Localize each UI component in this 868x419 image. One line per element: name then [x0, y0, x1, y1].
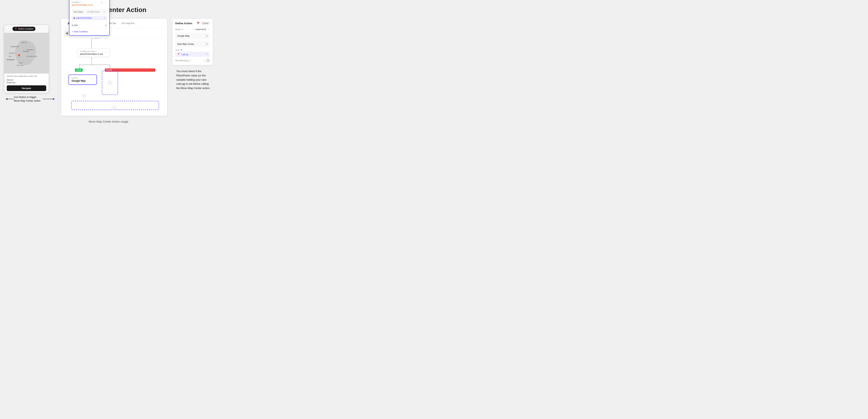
condition-value: placePickerValue is set — [72, 4, 93, 6]
false-branch-box: + — [102, 70, 118, 95]
first-value-sub: (Google Place) — [87, 11, 99, 13]
action-more-icon[interactable]: ⋮ — [207, 28, 210, 31]
annotation-text: Icon Button to triggerMove Map Center ac… — [14, 95, 40, 103]
value-row: 📍 LatLng ✎ — [175, 52, 210, 57]
place-six-cross: Six Cross Roads — [27, 56, 37, 57]
place-fitts: Fitts — [9, 56, 11, 57]
add-condition-button[interactable]: + Add Condition — [72, 29, 107, 33]
place-distins: Distins — [19, 62, 23, 64]
is-set-chevron: ∨ — [105, 24, 107, 27]
back-button[interactable]: ← — [6, 27, 11, 31]
action1-label: Action 1 — [175, 28, 183, 31]
conditional-action-menu[interactable]: ⋮ — [105, 50, 108, 54]
navigate-button[interactable]: Navigate — [7, 85, 46, 91]
define-header: Define Action 📅 Close — [175, 22, 210, 25]
place-bathsheba: Bathsheba — [27, 49, 33, 51]
connector-line-right — [42, 99, 53, 99]
address-placeholder: [Address] — [7, 82, 46, 84]
latlng-text: LatLng — [181, 53, 206, 56]
first-value-row: First Value (Google Place) − — [72, 9, 107, 15]
select-location-button[interactable]: 📍 Select Location — [12, 27, 35, 31]
phone-mockup: ← 📍 Select Location Crab Hill Speightst — [4, 25, 49, 93]
connector-line — [8, 99, 14, 99]
true-badge: TRUE — [75, 68, 83, 72]
first-value-label: First Value — [73, 11, 83, 13]
action1-plus-button[interactable]: + — [83, 94, 86, 98]
value-type-icon: ⊞ — [181, 49, 182, 51]
define-action-panel: Define Action 📅 Close Action 1 ✎ (sbero4… — [172, 19, 213, 65]
google-map-section[interactable]: Google Map ∨ — [175, 33, 210, 39]
new-map-center-label: New Map Center — [177, 43, 194, 45]
picker-edit-icon[interactable]: ✎ — [104, 17, 105, 19]
variable-label: Variable ⓘ — [72, 0, 93, 0]
is-set-text: Is Set — [72, 24, 78, 27]
phone-map: Crab Hill Speightstown Bathsheba Holetow… — [4, 33, 49, 73]
is-set-row[interactable]: Is Set ∨ — [72, 22, 107, 27]
left-section: ← 📍 Select Location Crab Hill Speightst — [4, 19, 54, 103]
picker-value-text: placePickerValue — [76, 17, 102, 19]
action1-node: Action 1 Google Map ⋮ — [68, 74, 97, 85]
conditional-action-node: Conditional Action 1 placePickerValue is… — [78, 49, 110, 57]
place-crab-hill: Crab Hill — [21, 42, 27, 43]
page-container: Move Map Center Action ← 📍 Select Locati… — [0, 0, 217, 131]
action-id-text: (sbero4c4) — [195, 28, 206, 31]
bottom-plus-button[interactable]: + — [112, 106, 116, 110]
define-action-value: ✎ (sbero4c4) ⋮ — [193, 28, 210, 31]
place-speightstown: Speightstown — [10, 46, 19, 47]
google-map-label: Google Map — [177, 35, 189, 37]
action1-menu[interactable]: ⋮ — [91, 77, 94, 80]
value-label-row: Value ⊞ — [175, 49, 210, 51]
name-placeholder: [Name] — [7, 79, 46, 81]
phone-info: Find the best restaurants in New York [N… — [4, 73, 49, 93]
value-edit-icon[interactable]: ✎ — [206, 53, 208, 56]
place-holetown: Holetown — [9, 52, 14, 54]
google-map-chevron: ∨ — [206, 34, 208, 37]
map-place-names: Crab Hill Speightstown Bathsheba Holetow… — [4, 33, 49, 73]
condition-popup: Set Variable Type: Boolean Variable ⓘ Co… — [69, 0, 110, 36]
minus-icon[interactable]: − — [104, 10, 105, 13]
main-content: ← 📍 Select Location Crab Hill Speightst — [4, 19, 213, 116]
right-annotation: You must check if the PlacePicker value … — [172, 69, 213, 90]
edit-icon[interactable]: ✎ — [101, 1, 103, 5]
place-barbados: Barbados — [23, 51, 29, 52]
close-button[interactable]: Close — [201, 22, 210, 25]
location-pin-icon: 📍 — [14, 28, 17, 30]
new-map-center-chevron: ∨ — [206, 42, 208, 46]
place-bridgetown: Bridgetown — [7, 59, 15, 60]
define-calendar-icon: 📅 — [197, 22, 200, 25]
conditional-action-title: Conditional Action 1 — [80, 50, 107, 52]
place-cane-vale: Cane Vale — [17, 65, 23, 66]
condition-label: Condition ⓘ — [72, 1, 93, 3]
edit-icon-small: ✎ — [193, 28, 195, 31]
middle-section: Set Variable Type: Boolean Variable ⓘ Co… — [61, 19, 167, 116]
picker-icon: ⊞ — [73, 17, 75, 19]
picker-row[interactable]: ⊞ placePickerValue ✎ — [72, 16, 107, 20]
non-blocking-info-icon: ⓘ — [189, 59, 191, 62]
define-title: Define Action — [175, 22, 192, 25]
bottom-caption: Move Map Center Action usage — [4, 120, 213, 127]
connector-end-dot — [53, 98, 54, 100]
info-icon: ⓘ — [79, 0, 81, 0]
define-action-row: Action 1 ✎ (sbero4c4) ⋮ — [175, 28, 210, 31]
non-blocking-toggle[interactable] — [204, 59, 210, 62]
flow-area: Conditional Action 1 placePickerValue is… — [61, 38, 167, 116]
connector-dot — [6, 98, 8, 100]
overlay-wrapper: Set Variable Type: Boolean Variable ⓘ Co… — [61, 19, 167, 116]
annotation-row: Icon Button to triggerMove Map Center ac… — [6, 95, 54, 103]
tab-on-long-press[interactable]: On Long Pre... — [119, 19, 139, 28]
phone-header: ← 📍 Select Location — [4, 25, 49, 33]
latlng-icon: 📍 — [177, 53, 180, 56]
right-panels: Define Action 📅 Close Action 1 ✎ (sbero4… — [172, 19, 213, 90]
non-blocking-label: Non-Blocking ⓘ — [175, 59, 191, 62]
condition-info-icon: ⓘ — [80, 1, 82, 3]
non-blocking-row: Non-Blocking ⓘ — [175, 59, 210, 62]
false-plus-button[interactable]: + — [108, 81, 112, 85]
conditional-action-value: placePickerValue is set — [80, 53, 107, 55]
action1-title: Action 1 — [72, 77, 86, 79]
action1-value: Google Map — [72, 80, 86, 82]
new-map-center-section[interactable]: New Map Center ∨ — [175, 41, 210, 47]
search-text: Find the best restaurants in New York — [7, 75, 46, 77]
more-icon[interactable]: ⋮ — [104, 1, 107, 5]
map-pin-icon: 📍 — [17, 54, 21, 58]
